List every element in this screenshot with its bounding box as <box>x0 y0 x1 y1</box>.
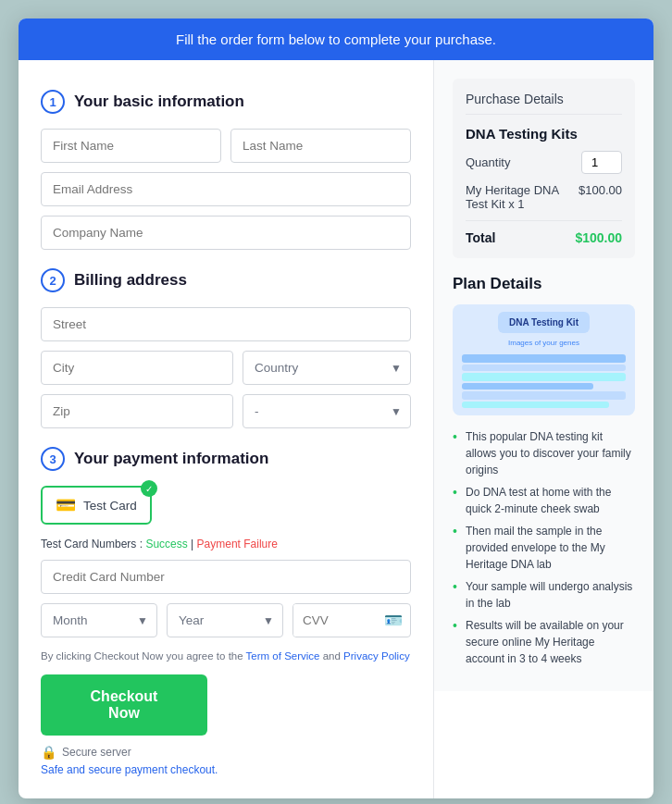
last-name-input[interactable] <box>230 129 411 163</box>
safe-text: Safe and secure payment checkout. <box>41 763 411 776</box>
section1-header: 1 Your basic information <box>41 90 411 114</box>
cc-number-input[interactable] <box>41 560 411 594</box>
year-wrap: Year 202420252026 202720282029 ▼ <box>167 603 283 637</box>
banner-text: Fill the order form below to complete yo… <box>176 31 496 47</box>
first-name-input[interactable] <box>41 129 221 163</box>
qty-row: Quantity <box>466 151 622 174</box>
section3-header: 3 Your payment information <box>41 447 411 471</box>
item-price: $100.00 <box>579 183 622 197</box>
section2-title: Billing address <box>74 271 187 290</box>
total-amount: $100.00 <box>575 230 622 245</box>
section2-header: 2 Billing address <box>41 268 411 292</box>
street-input[interactable] <box>41 307 411 341</box>
secure-label: Secure server <box>62 746 131 759</box>
section1-title: Your basic information <box>74 93 244 111</box>
email-row <box>41 172 411 206</box>
tos-text2: and <box>320 650 344 662</box>
card-check-badge: ✓ <box>141 480 157 497</box>
item-label: My Heritage DNA Test Kit x 1 <box>466 183 579 211</box>
street-row <box>41 307 411 341</box>
company-input[interactable] <box>41 216 411 250</box>
checkout-button[interactable]: Checkout Now <box>41 674 207 736</box>
section3-number: 3 <box>41 447 65 471</box>
year-select[interactable]: Year 202420252026 202720282029 <box>167 603 283 637</box>
secure-row: 🔒 Secure server <box>41 745 411 760</box>
month-select[interactable]: Month 010203 040506 070809 101112 <box>41 603 157 637</box>
purchase-title: Purchase Details <box>466 92 622 115</box>
cvv-card-icon: 🪪 <box>377 612 410 629</box>
card-option-label: Test Card <box>83 499 137 513</box>
name-row <box>41 129 411 163</box>
feature-bullet: Your sample will undergo analysis in the… <box>453 578 635 612</box>
product-title: DNA Testing Kits <box>466 126 622 142</box>
plan-title: Plan Details <box>453 275 635 293</box>
cvv-input[interactable] <box>293 604 377 637</box>
left-panel: 1 Your basic information 2 Billing addre… <box>19 60 434 798</box>
zip-state-row: - ▼ <box>41 394 411 428</box>
total-row: Total $100.00 <box>466 230 622 245</box>
success-link[interactable]: Success <box>145 538 187 550</box>
right-panel: Purchase Details DNA Testing Kits Quanti… <box>434 60 653 691</box>
test-card-hint-text: Test Card Numbers : <box>41 538 143 550</box>
email-input[interactable] <box>41 172 411 206</box>
credit-card-icon: 💳 <box>56 495 76 515</box>
qty-label: Quantity <box>466 155 510 169</box>
state-wrap: - ▼ <box>243 394 411 428</box>
product-image: DNA Testing Kit Images of your genes <box>453 304 635 415</box>
plan-details: Plan Details DNA Testing Kit Images of y… <box>453 275 635 667</box>
month-wrap: Month 010203 040506 070809 101112 ▼ <box>41 603 157 637</box>
feature-list: This popular DNA testing kit allows you … <box>453 428 635 667</box>
purchase-box: Purchase Details DNA Testing Kits Quanti… <box>453 79 635 258</box>
billing-section: 2 Billing address Country ▼ <box>41 268 411 428</box>
cvv-wrap: 🪪 <box>292 603 411 637</box>
feature-bullet: Results will be available on your secure… <box>453 617 635 667</box>
feature-bullet: This popular DNA testing kit allows you … <box>453 428 635 478</box>
tos-link2[interactable]: Privacy Policy <box>343 650 410 662</box>
order-modal: Fill the order form below to complete yo… <box>19 19 653 798</box>
city-input[interactable] <box>41 351 233 385</box>
test-card-hint: Test Card Numbers : Success | Payment Fa… <box>41 538 411 550</box>
payment-section: 3 Your payment information 💳 Test Card ✓… <box>41 447 411 776</box>
section2-number: 2 <box>41 268 65 292</box>
divider: | <box>191 538 193 550</box>
total-label: Total <box>466 230 495 245</box>
country-select[interactable]: Country <box>243 351 411 385</box>
section3-title: Your payment information <box>74 450 268 468</box>
country-wrap: Country ▼ <box>243 351 411 385</box>
lock-icon: 🔒 <box>41 745 56 760</box>
tos-text: By clicking Checkout Now you agree to th… <box>41 650 411 662</box>
tos-text1: By clicking Checkout Now you agree to th… <box>41 650 246 662</box>
cc-number-row <box>41 560 411 594</box>
main-content: 1 Your basic information 2 Billing addre… <box>19 60 653 798</box>
tos-link1[interactable]: Term of Service <box>246 650 320 662</box>
company-row <box>41 216 411 250</box>
city-country-row: Country ▼ <box>41 351 411 385</box>
expiry-row: Month 010203 040506 070809 101112 ▼ Year… <box>41 603 411 637</box>
feature-bullet: Then mail the sample in the provided env… <box>453 523 635 573</box>
fail-link[interactable]: Payment Failure <box>197 538 278 550</box>
item-row: My Heritage DNA Test Kit x 1 $100.00 <box>466 183 622 221</box>
qty-input[interactable] <box>581 151 622 174</box>
top-banner: Fill the order form below to complete yo… <box>19 19 653 60</box>
feature-bullet: Do DNA test at home with the quick 2-min… <box>453 484 635 517</box>
state-select[interactable]: - <box>243 394 411 428</box>
zip-input[interactable] <box>41 394 233 428</box>
card-option-box[interactable]: 💳 Test Card ✓ <box>41 486 152 525</box>
section1-number: 1 <box>41 90 65 114</box>
